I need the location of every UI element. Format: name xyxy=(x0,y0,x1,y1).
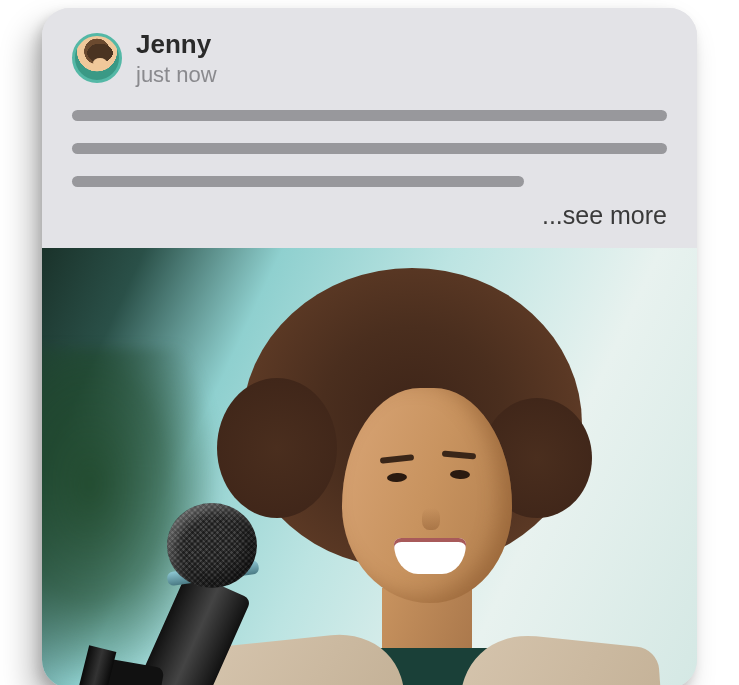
post-image[interactable] xyxy=(42,248,697,685)
social-post-card: Jenny just now ...see more xyxy=(42,8,697,685)
post-text-placeholder xyxy=(72,110,667,187)
person-face xyxy=(342,388,512,603)
author-name[interactable]: Jenny xyxy=(136,28,217,61)
person-blazer xyxy=(455,628,669,685)
see-more-link[interactable]: ...see more xyxy=(542,201,667,229)
microphone-icon xyxy=(167,503,257,588)
author-avatar[interactable] xyxy=(72,33,122,83)
placeholder-line xyxy=(72,143,667,154)
post-timestamp: just now xyxy=(136,61,217,89)
post-header: Jenny just now ...see more xyxy=(42,8,697,248)
placeholder-line xyxy=(72,110,667,121)
author-row: Jenny just now xyxy=(72,28,667,88)
placeholder-line xyxy=(72,176,524,187)
author-meta: Jenny just now xyxy=(136,28,217,88)
